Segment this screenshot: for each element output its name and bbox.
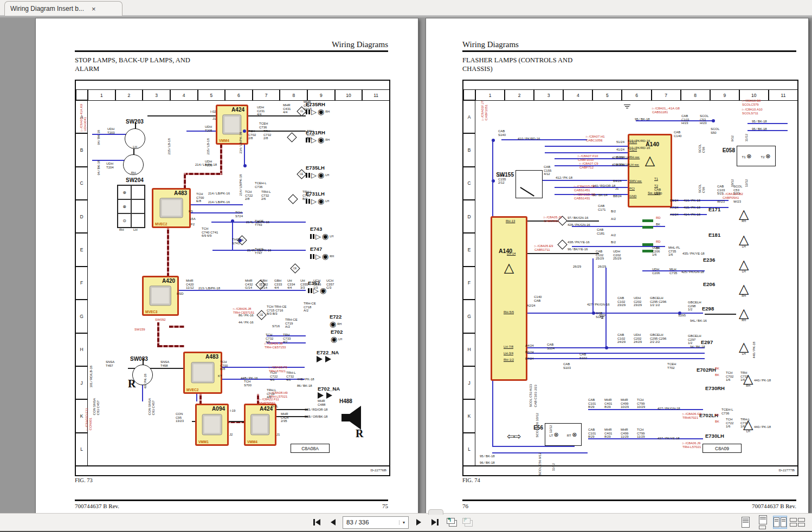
layout-single-page-button[interactable] xyxy=(738,516,752,529)
connector-label: B/2 xyxy=(611,210,616,213)
component-label: E722 xyxy=(330,314,341,320)
sheet-ref: C8A08A xyxy=(291,444,330,453)
diagram-frame: D-22777B1234567891011ABCDEFGHJKLA140△A14… xyxy=(462,80,798,476)
red-ref-label: /C8A08.F9 TRH-67021 xyxy=(269,366,287,373)
connector-label: B3/24 xyxy=(616,163,625,167)
bulb-icon: ◉ xyxy=(318,197,324,205)
hazard-triangle-icon: △LH xyxy=(739,258,749,271)
connector-label: A/2 xyxy=(611,217,616,221)
grid-row-label: K xyxy=(463,399,475,433)
grid-col-label: 8 xyxy=(279,89,308,101)
connector-label: 26/29 xyxy=(573,265,581,269)
page-title: FLASHER LAMPS (CONTROLS AND CHASSIS) xyxy=(462,56,572,73)
grid-col-label: 8 xyxy=(680,89,711,101)
connector-label: 26/29 xyxy=(598,265,606,269)
page-number-input[interactable]: 83 / 336 ▾ xyxy=(343,516,409,529)
connector-label: MHR C499 10/29 xyxy=(621,398,629,409)
wire-segment xyxy=(177,290,306,291)
connector-label: 41/24 xyxy=(616,148,624,152)
header-rule xyxy=(75,50,388,52)
red-ref-label: BK xyxy=(715,367,719,371)
ecu-module-graphic xyxy=(160,198,183,218)
wire-segment xyxy=(157,322,159,347)
connector-label: 97 ⁄ BK/GN-16 xyxy=(568,216,588,220)
component-label: E181 xyxy=(708,232,720,238)
hazard-triangle-icon: △ xyxy=(504,261,514,274)
connector-label: 12/12 xyxy=(549,425,553,433)
lamp-side-label: RH xyxy=(325,138,330,141)
first-page-button[interactable] xyxy=(310,516,323,528)
toolbar-handle[interactable] xyxy=(428,509,443,515)
diagram-inner-border xyxy=(463,465,797,466)
wire-segment xyxy=(158,345,184,347)
layout-two-page-button[interactable] xyxy=(773,516,787,529)
connector-label: TCEH C736 xyxy=(259,122,268,129)
component-label: E171 xyxy=(708,206,720,212)
component-label: E735LH xyxy=(306,165,329,171)
previous-view-button[interactable]: ↰ xyxy=(447,518,457,527)
connector-label: I-02 xyxy=(210,110,216,114)
connector-label: CON C95 13/23 xyxy=(176,412,184,423)
layout-two-page-continuous-button[interactable] xyxy=(790,516,804,529)
flasher-component: E702RH xyxy=(697,367,716,373)
connector-label: GBCELH C295 C296 1/2 1/2 xyxy=(650,296,666,307)
pdf-viewer-canvas[interactable]: Wiring DiagramsSTOP LAMPS, BACK-UP LAMPS… xyxy=(0,15,812,515)
document-tab[interactable]: Wiring Diagram Insert b... × xyxy=(4,1,123,16)
grid-row-label: H xyxy=(76,333,88,367)
wire-segment xyxy=(220,367,305,368)
grid-col-label: 11 xyxy=(362,89,390,101)
connector-label: GBH C333 4/4 xyxy=(274,279,282,290)
chevron-down-icon[interactable]: ▾ xyxy=(399,520,405,525)
connector-label: UDH T205 xyxy=(205,125,212,132)
grid-col-label: 1 xyxy=(87,89,116,101)
lamp-side-label: LH xyxy=(325,199,329,203)
connector-label: CAB S103 xyxy=(563,362,571,369)
wire-segment xyxy=(572,246,665,247)
connector-label: HSD xyxy=(177,292,184,296)
indicator-lamps: T1 ⊗T2 ⊗ xyxy=(737,146,775,166)
layout-continuous-button[interactable] xyxy=(756,516,770,529)
connector-label: CAB C102 24/29 xyxy=(617,333,626,344)
contact-panel: ⊕⊗⊙ xyxy=(117,185,145,228)
wire-segment xyxy=(274,416,308,417)
connector-label: TRH C732 1/6 xyxy=(740,371,748,382)
ecu-pin-label: GND xyxy=(629,194,636,198)
flasher-component: E181 xyxy=(708,232,720,238)
red-ref-label: SW159 xyxy=(134,328,145,332)
previous-page-button[interactable] xyxy=(326,516,339,528)
next-page-button[interactable] xyxy=(412,516,425,528)
lamp-component: E702_NA xyxy=(318,386,340,399)
connector-label: KT xyxy=(218,374,222,378)
connector-label: B7/24 xyxy=(525,357,534,361)
connector-label: 94 ⁄ BK-18 xyxy=(97,130,101,145)
connector-label: 96 ⁄ BK/YE-16 xyxy=(568,248,588,251)
component-label: E702 xyxy=(331,329,343,335)
bulb-icon: ◉ xyxy=(318,136,324,144)
last-page-button[interactable] xyxy=(428,516,441,528)
connector-label: 427 ⁄ PK/GN-16 xyxy=(587,303,610,307)
red-ref-label: BK xyxy=(715,373,719,377)
ecu-sub-label: MVEC3 xyxy=(145,310,157,314)
connector-label: UDH T203 xyxy=(107,127,115,134)
ecu-pin-label: LH-14 xyxy=(507,252,515,256)
connector-label: J1 xyxy=(276,433,280,437)
lamp-component: E722◉RH xyxy=(330,314,341,328)
connector-label: TCH C700 D/8 xyxy=(220,360,228,371)
wire-junction-dot xyxy=(492,139,495,142)
connector-label: B/2 xyxy=(611,241,616,244)
ecu-box: A094VMM1 xyxy=(195,404,229,446)
splice-diamond-icon: CE xyxy=(256,310,266,320)
connector-label: B2/24 xyxy=(616,155,625,159)
component-label: E747 xyxy=(310,246,334,252)
connector-label: BK xyxy=(656,223,660,226)
wire-segment xyxy=(530,180,627,181)
connector-label: A/2 xyxy=(611,233,616,237)
fig-caption: FIG. 73 xyxy=(75,477,93,483)
tab-close-icon[interactable]: × xyxy=(92,5,96,13)
connector-label: 213 ⁄ LB/PK-18 xyxy=(198,287,220,290)
next-view-button[interactable]: ↱ xyxy=(462,518,473,527)
connector-pin-icon xyxy=(306,173,307,178)
red-ref-label: /C8A01_-41A.G8 CABS1181 xyxy=(652,107,680,114)
connector-label: 95 ⁄ BK-18 xyxy=(752,127,767,131)
connector-label: SCOL C58 xyxy=(698,144,705,153)
